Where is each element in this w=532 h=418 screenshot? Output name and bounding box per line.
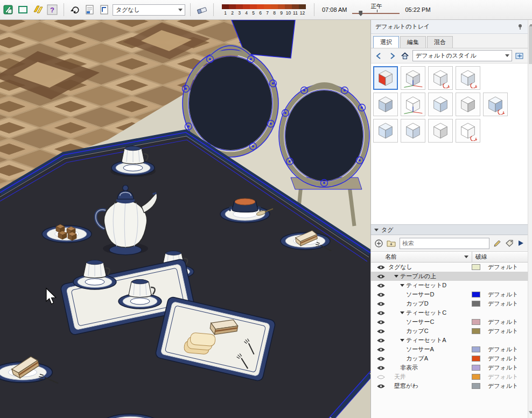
time-slider-thumb[interactable] — [359, 11, 362, 16]
tab-edit[interactable]: 編集 — [400, 36, 426, 48]
style-thumbnail[interactable] — [483, 93, 508, 116]
tag-name-cell[interactable]: 天井 — [387, 373, 472, 381]
eraser-icon[interactable] — [195, 3, 208, 16]
annotation-icon[interactable] — [83, 3, 96, 16]
name-column-header[interactable]: 名前 — [384, 253, 472, 261]
tag-name-cell[interactable]: カップA — [387, 355, 472, 363]
scene[interactable] — [0, 20, 370, 418]
expander-icon[interactable] — [400, 284, 404, 287]
style-thumbnail[interactable] — [401, 66, 425, 90]
tag-dashes-value[interactable]: デフォルト — [485, 373, 528, 381]
visibility-eye-icon[interactable] — [374, 384, 387, 389]
visibility-eye-icon[interactable] — [374, 320, 387, 325]
visibility-eye-icon[interactable] — [374, 274, 387, 279]
tag-row[interactable]: ティーセットA — [371, 336, 528, 345]
tag-color-swatch[interactable] — [472, 319, 480, 325]
scroll-down-icon[interactable] — [529, 411, 532, 417]
tag-dashes-value[interactable]: デフォルト — [485, 263, 528, 271]
visibility-eye-icon[interactable] — [374, 310, 387, 316]
help-icon[interactable]: ? — [46, 3, 59, 16]
month-cell[interactable]: 4 — [243, 4, 250, 16]
pencil-icon[interactable] — [493, 239, 501, 247]
tags-section-header[interactable]: タグ — [371, 224, 528, 235]
visibility-eye-icon[interactable] — [374, 292, 387, 297]
tag-name-cell[interactable]: 壁窓がわ — [387, 382, 472, 390]
visibility-eye-icon[interactable] — [374, 265, 387, 270]
rotate-icon[interactable] — [69, 3, 82, 16]
tag-dashes-value[interactable]: デフォルト — [485, 300, 528, 308]
details-icon[interactable] — [514, 51, 525, 61]
tag-name-cell[interactable]: ティーセットA — [387, 336, 472, 344]
tag-name-cell[interactable]: タグなし — [387, 263, 472, 271]
tag-name-cell[interactable]: ソーサーC — [387, 318, 472, 326]
tag-row[interactable]: カップA デフォルト — [371, 354, 528, 363]
tab-select[interactable]: 選択 — [373, 36, 399, 48]
tag-color-swatch[interactable] — [472, 346, 480, 352]
month-cell[interactable]: 2 — [229, 4, 236, 16]
tag-color-swatch[interactable] — [472, 328, 480, 334]
tag-color-swatch[interactable] — [472, 374, 480, 380]
style-thumbnail[interactable] — [373, 93, 398, 116]
tag-name-cell[interactable]: テーブルの上 — [387, 272, 472, 280]
shadow-date-slider[interactable]: 123456789101112 — [222, 4, 306, 16]
details-arrow-icon[interactable] — [517, 240, 524, 246]
tag-row[interactable]: ソーサーC デフォルト — [371, 317, 528, 327]
style-dropdown[interactable]: デフォルトのスタイル — [412, 50, 512, 61]
style-thumbnail[interactable] — [401, 93, 425, 116]
visibility-eye-icon[interactable] — [374, 329, 387, 334]
visibility-eye-icon[interactable] — [374, 356, 387, 362]
month-cell[interactable]: 11 — [292, 4, 299, 16]
style-thumbnail[interactable] — [456, 93, 480, 116]
style-thumbnail[interactable] — [428, 66, 453, 90]
tag-row[interactable]: カップD デフォルト — [371, 299, 528, 308]
tag-row[interactable]: テーブルの上 — [371, 272, 528, 281]
tag-dropdown[interactable]: タグなし — [113, 4, 185, 16]
style-thumbnail[interactable] — [373, 66, 398, 90]
tag-row[interactable]: カップC デフォルト — [371, 327, 528, 336]
style-thumbnail[interactable] — [373, 119, 398, 143]
tag-color-swatch[interactable] — [472, 356, 480, 362]
expander-icon[interactable] — [400, 339, 404, 342]
tag-row[interactable]: ソーサーD デフォルト — [371, 290, 528, 299]
home-icon[interactable] — [400, 51, 410, 61]
tag-row[interactable]: タグなし デフォルト — [371, 263, 528, 272]
month-cell[interactable]: 5 — [250, 4, 257, 16]
scrollbar-thumb[interactable] — [529, 26, 532, 64]
tag-name-cell[interactable]: ソーサーD — [387, 291, 472, 299]
style-thumbnail[interactable] — [428, 119, 453, 143]
tag-row[interactable]: 非表示 デフォルト — [371, 363, 528, 372]
expander-icon[interactable] — [400, 311, 404, 314]
add-folder-icon[interactable] — [387, 239, 396, 247]
tag-color-swatch[interactable] — [472, 383, 480, 389]
tag-dashes-value[interactable]: デフォルト — [485, 318, 528, 326]
tag-color-swatch[interactable] — [472, 301, 480, 307]
visibility-eye-icon[interactable] — [374, 301, 387, 307]
month-cell[interactable]: 12 — [299, 4, 306, 16]
month-cell[interactable]: 1 — [222, 4, 229, 16]
visibility-eye-icon[interactable] — [374, 338, 387, 343]
tag-name-cell[interactable]: ソーサーA — [387, 345, 472, 353]
month-cell[interactable]: 10 — [285, 4, 292, 16]
visibility-eye-icon[interactable] — [374, 365, 387, 371]
tag-name-cell[interactable]: カップD — [387, 300, 472, 308]
tag-dashes-value[interactable]: デフォルト — [485, 327, 528, 335]
style-thumbnail[interactable] — [456, 119, 480, 143]
tag-dashes-value[interactable]: デフォルト — [485, 364, 528, 372]
tag-name-cell[interactable]: 非表示 — [387, 364, 472, 372]
tag-name-cell[interactable]: ティーセットD — [387, 281, 472, 289]
tab-mix[interactable]: 混合 — [427, 36, 453, 48]
month-cell[interactable]: 3 — [236, 4, 243, 16]
materials-icon[interactable] — [31, 3, 44, 16]
tag-dashes-value[interactable]: デフォルト — [485, 291, 528, 299]
back-icon[interactable] — [374, 51, 384, 61]
tag-row[interactable]: 壁窓がわ デフォルト — [371, 381, 528, 391]
tag-name-cell[interactable]: ティーセットC — [387, 309, 472, 317]
style-thumbnail[interactable] — [456, 66, 480, 90]
tag-row[interactable]: 天井 デフォルト — [371, 372, 528, 381]
tag-color-swatch[interactable] — [472, 365, 480, 371]
forward-icon[interactable] — [387, 51, 397, 61]
dimension-icon[interactable] — [98, 3, 111, 16]
tag-dashes-value[interactable]: デフォルト — [485, 355, 528, 363]
month-cell[interactable]: 9 — [278, 4, 285, 16]
tag-dashes-value[interactable]: デフォルト — [485, 382, 528, 390]
